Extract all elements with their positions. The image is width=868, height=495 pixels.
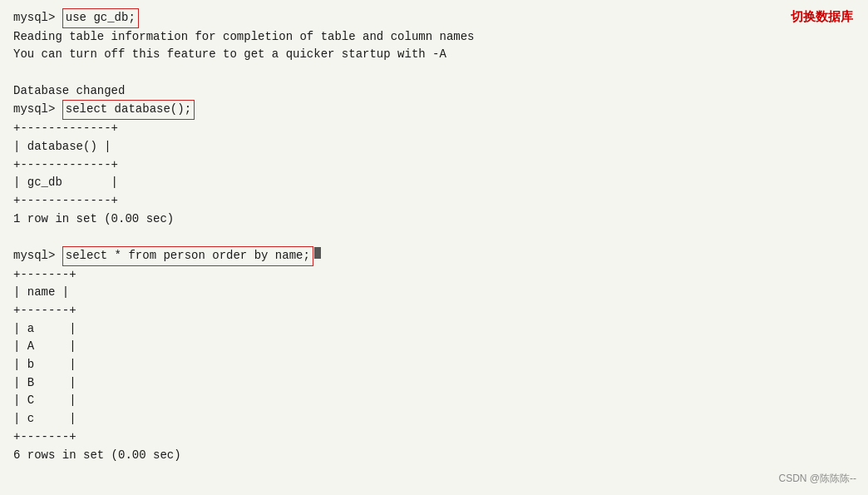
table-line-4: | gc_db | — [13, 174, 855, 192]
terminal-line-row-info-2: 6 rows in set (0.00 sec) — [13, 447, 855, 465]
terminal-line-6: mysql> select database(); — [13, 100, 855, 120]
terminal-line-5: Database changed — [13, 82, 855, 101]
person-table-row-C-upper: | C | — [13, 392, 855, 410]
row-info-2: 6 rows in set (0.00 sec) — [13, 447, 181, 465]
person-table-border-bottom: +-------+ — [13, 428, 855, 447]
line-text-3: You can turn off this feature to get a q… — [13, 46, 446, 64]
table-line-2: | database() | — [13, 138, 855, 156]
text-cursor — [314, 247, 321, 259]
table-line-5: +-------------+ — [13, 192, 855, 210]
prompt-3: mysql> — [13, 247, 62, 265]
annotation: 切换数据库 — [791, 7, 853, 26]
terminal-line-row-info-1: 1 row in set (0.00 sec) — [13, 210, 855, 229]
terminal-line-1: mysql> use gc_db; — [13, 8, 855, 28]
person-table-row-b-lower: | b | — [13, 356, 855, 374]
line-text-5: Database changed — [13, 82, 125, 101]
terminal-line-select: mysql> select * from person order by nam… — [13, 246, 855, 266]
person-table-row-B-upper: | B | — [13, 374, 855, 393]
blank-line-1 — [13, 64, 855, 82]
person-table-border-top: +-------+ — [13, 266, 855, 285]
terminal-window: 切换数据库 mysql> use gc_db; Reading table in… — [0, 0, 868, 495]
line-text-2: Reading table information for completion… — [13, 28, 475, 47]
person-table-row-a-lower: | a | — [13, 320, 855, 339]
table-line-1: +-------------+ — [13, 120, 855, 138]
row-info-1: 1 row in set (0.00 sec) — [13, 210, 174, 229]
cmd-box-3: select * from person order by name; — [62, 246, 313, 266]
person-table-header-border: +-------+ — [13, 302, 855, 320]
table-line-3: +-------------+ — [13, 156, 855, 175]
person-table-row-A-upper: | A | — [13, 338, 855, 356]
cmd-box-1: use gc_db; — [62, 8, 139, 28]
terminal-line-3: You can turn off this feature to get a q… — [13, 46, 855, 64]
watermark: CSDN @陈陈陈-- — [778, 471, 856, 487]
prompt-1: mysql> — [13, 9, 62, 27]
terminal-line-2: Reading table information for completion… — [13, 28, 855, 47]
prompt-2: mysql> — [13, 101, 62, 119]
person-table-header: | name | — [13, 284, 855, 302]
person-table-row-c-lower: | c | — [13, 410, 855, 428]
cmd-box-2: select database(); — [62, 100, 195, 120]
blank-line-2 — [13, 228, 855, 246]
